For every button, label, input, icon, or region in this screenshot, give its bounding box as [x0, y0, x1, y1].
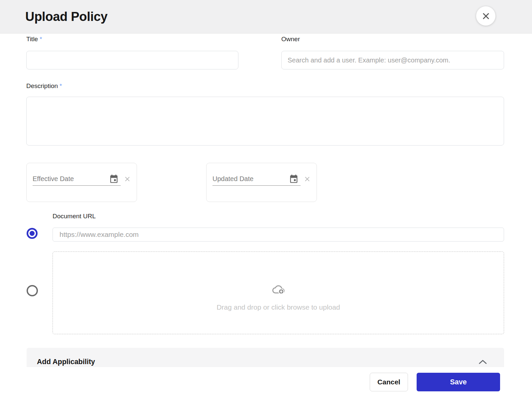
title-label: Title*: [26, 36, 238, 43]
effective-date-picker[interactable]: Effective Date: [26, 163, 137, 202]
document-url-label: Document URL: [53, 213, 504, 220]
description-label: Description*: [26, 82, 504, 89]
save-button[interactable]: Save: [417, 373, 500, 391]
chevron-up-icon[interactable]: [479, 359, 487, 364]
upload-policy-modal: Upload Policy Title* Owner Description*: [0, 0, 532, 376]
updated-date-placeholder: Updated Date: [212, 175, 253, 183]
effective-date-placeholder: Effective Date: [33, 175, 74, 183]
title-input[interactable]: [26, 51, 238, 69]
updated-date-picker[interactable]: Updated Date: [206, 163, 317, 202]
clear-effective-date-button[interactable]: [124, 175, 131, 183]
owner-label: Owner: [281, 36, 504, 43]
document-url-radio[interactable]: [27, 228, 38, 239]
file-dropzone[interactable]: Drag and drop or click browse to upload: [53, 251, 504, 334]
owner-input[interactable]: [281, 51, 504, 69]
document-url-input[interactable]: [53, 228, 504, 242]
required-asterisk: *: [60, 82, 62, 89]
calendar-icon[interactable]: [109, 174, 119, 184]
dropzone-hint: Drag and drop or click browse to upload: [216, 303, 340, 311]
clear-icon: [304, 175, 311, 183]
description-textarea[interactable]: [26, 97, 504, 146]
cloud-upload-icon: [272, 284, 285, 296]
modal-body: Title* Owner Description* Effective Date: [0, 36, 532, 376]
clear-icon: [124, 175, 131, 183]
add-applicability-label: Add Applicability: [37, 358, 95, 366]
effective-date-field[interactable]: Effective Date: [33, 172, 121, 186]
modal-header: Upload Policy: [0, 0, 532, 34]
close-button[interactable]: [476, 6, 495, 26]
required-asterisk: *: [40, 36, 42, 43]
close-icon: [482, 12, 490, 20]
clear-updated-date-button[interactable]: [304, 175, 311, 183]
calendar-icon[interactable]: [289, 174, 299, 184]
updated-date-field[interactable]: Updated Date: [212, 172, 301, 186]
modal-footer: Cancel Save: [0, 367, 532, 396]
file-upload-radio[interactable]: [27, 285, 38, 296]
cancel-button[interactable]: Cancel: [370, 373, 408, 391]
page-title: Upload Policy: [25, 10, 107, 24]
